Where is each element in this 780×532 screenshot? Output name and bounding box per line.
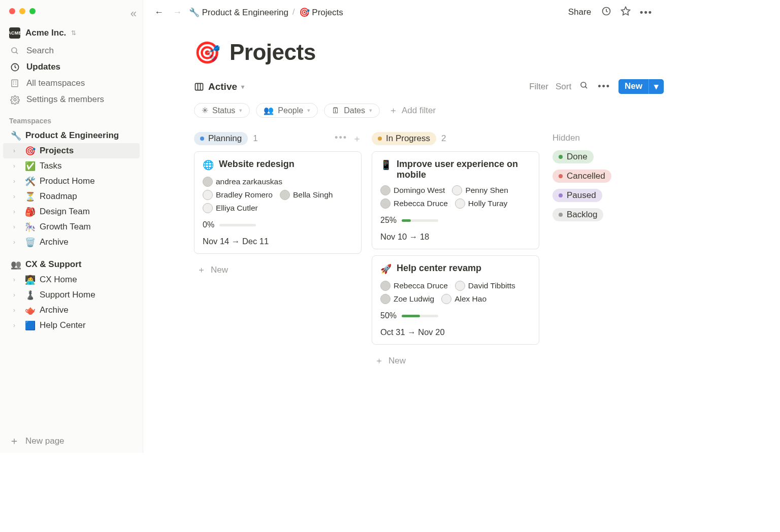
chevron-right-icon[interactable]: › bbox=[13, 307, 20, 314]
sidebar-page-roadmap[interactable]: › ⏳ Roadmap bbox=[3, 189, 140, 204]
sidebar-page-tasks[interactable]: › ✅ Tasks bbox=[3, 158, 140, 174]
chevron-right-icon[interactable]: › bbox=[13, 147, 20, 154]
progress-bar bbox=[219, 224, 256, 226]
chevron-right-icon[interactable]: › bbox=[13, 162, 20, 170]
hidden-group-done[interactable]: Done bbox=[552, 150, 594, 163]
status-tag-in-progress[interactable]: In Progress bbox=[372, 132, 436, 145]
page-title[interactable]: Projects bbox=[230, 40, 316, 65]
filter-button[interactable]: Filter bbox=[529, 82, 548, 92]
add-filter-label: Add filter bbox=[402, 106, 436, 116]
person: andrea zarkauskas bbox=[203, 177, 282, 187]
new-page-button[interactable]: ＋ New page bbox=[0, 429, 143, 453]
avatar-icon bbox=[441, 294, 451, 304]
sidebar-page-support-home[interactable]: › ♟️ Support Home bbox=[3, 287, 140, 303]
filter-pill-dates[interactable]: 🗓 Dates ▾ bbox=[324, 104, 380, 118]
history-icon[interactable] bbox=[599, 4, 613, 21]
teamspace-cx-support[interactable]: 👥 CX & Support bbox=[3, 257, 140, 272]
status-tag-planning[interactable]: Planning bbox=[194, 132, 248, 145]
page-label: Support Home bbox=[40, 290, 95, 300]
search-button[interactable]: Search bbox=[0, 43, 143, 59]
card-help-center-revamp[interactable]: 🚀 Help center revamp Rebecca Druce David… bbox=[372, 255, 539, 345]
all-teamspaces-button[interactable]: All teamspaces bbox=[0, 75, 143, 91]
card-progress: 0% bbox=[203, 220, 353, 229]
breadcrumb-parent[interactable]: 🔧 Product & Engineering bbox=[189, 7, 288, 18]
badge-icon: 🟦 bbox=[24, 320, 36, 331]
chevron-right-icon[interactable]: › bbox=[13, 291, 20, 298]
workspace-switcher[interactable]: ACME Acme Inc. ⇅ bbox=[0, 14, 143, 43]
new-card-button[interactable]: ＋ New bbox=[194, 260, 362, 280]
more-icon[interactable]: ••• bbox=[638, 5, 655, 20]
chevron-right-icon[interactable]: › bbox=[13, 322, 20, 329]
search-icon[interactable] bbox=[578, 80, 590, 93]
teamspace-product-engineering[interactable]: 🔧 Product & Engineering bbox=[3, 128, 140, 143]
person: Zoe Ludwig bbox=[380, 294, 434, 304]
plus-icon: ＋ bbox=[9, 434, 19, 448]
collapse-sidebar-button[interactable]: « bbox=[131, 7, 137, 20]
card-progress: 25% bbox=[380, 216, 531, 225]
back-button[interactable]: ← bbox=[152, 5, 166, 20]
sidebar-page-projects[interactable]: › 🎯 Projects bbox=[3, 143, 140, 158]
card-mobile-ux[interactable]: 📱 Improve user experience on mobile Domi… bbox=[372, 151, 539, 249]
page-label: Design Team bbox=[40, 207, 90, 217]
page-title-row: 🎯 Projects bbox=[194, 40, 664, 65]
sidebar-page-help-center[interactable]: › 🟦 Help Center bbox=[3, 318, 140, 333]
card-dates: Nov 10 → 18 bbox=[380, 232, 531, 242]
breadcrumb-current[interactable]: 🎯 Projects bbox=[299, 7, 343, 18]
view-switcher[interactable]: Active ▾ bbox=[194, 81, 244, 92]
page-label: Archive bbox=[40, 237, 69, 247]
sort-button[interactable]: Sort bbox=[556, 82, 571, 92]
sidebar-page-cx-archive[interactable]: › 🫖 Archive bbox=[3, 303, 140, 318]
page-icon[interactable]: 🎯 bbox=[194, 40, 220, 65]
settings-button[interactable]: Settings & members bbox=[0, 91, 143, 108]
chevron-right-icon[interactable]: › bbox=[13, 276, 20, 283]
board-icon bbox=[194, 82, 204, 92]
chevron-right-icon[interactable]: › bbox=[13, 208, 20, 215]
chevron-right-icon[interactable]: › bbox=[13, 239, 20, 246]
hidden-group-backlog[interactable]: Backlog bbox=[552, 208, 603, 221]
target-icon: 🎯 bbox=[24, 146, 36, 156]
new-button[interactable]: New ▾ bbox=[619, 79, 664, 94]
sidebar-page-archive[interactable]: › 🗑️ Archive bbox=[3, 235, 140, 250]
minimize-icon[interactable] bbox=[19, 8, 25, 14]
teapot-icon: 🫖 bbox=[24, 305, 36, 316]
status-label: Planning bbox=[208, 134, 242, 144]
progress-bar bbox=[402, 219, 438, 222]
chevron-right-icon[interactable]: › bbox=[13, 193, 20, 200]
svg-point-10 bbox=[581, 82, 586, 87]
hidden-group-paused[interactable]: Paused bbox=[552, 189, 602, 202]
column-more-icon[interactable]: ••• bbox=[335, 132, 347, 145]
sidebar-page-design-team[interactable]: › 🎒 Design Team bbox=[3, 204, 140, 219]
filter-pill-status[interactable]: ✳ Status ▾ bbox=[194, 103, 250, 118]
avatar-icon bbox=[380, 198, 391, 209]
chevron-right-icon[interactable]: › bbox=[13, 178, 20, 185]
person: Elliya Cutler bbox=[203, 203, 258, 213]
card-website-redesign[interactable]: 🌐 Website redesign andrea zarkauskas Bra… bbox=[194, 151, 362, 254]
sidebar-page-product-home[interactable]: › 🛠️ Product Home bbox=[3, 174, 140, 189]
status-dot bbox=[559, 193, 563, 197]
search-label: Search bbox=[26, 46, 54, 56]
svg-rect-7 bbox=[196, 83, 203, 90]
add-filter-button[interactable]: ＋ Add filter bbox=[386, 105, 436, 116]
plus-icon: ＋ bbox=[197, 264, 206, 276]
filter-pill-people[interactable]: 👥 People ▾ bbox=[256, 103, 318, 118]
card-title-text: Improve user experience on mobile bbox=[397, 159, 531, 180]
page-label: Projects bbox=[40, 146, 74, 156]
star-icon[interactable] bbox=[619, 4, 633, 21]
card-dates: Nov 14 → Dec 11 bbox=[203, 237, 353, 246]
forward-button[interactable]: → bbox=[171, 5, 184, 20]
chevron-right-icon[interactable]: › bbox=[13, 223, 20, 230]
hidden-group-cancelled[interactable]: Cancelled bbox=[552, 170, 611, 183]
new-button-dropdown[interactable]: ▾ bbox=[648, 79, 664, 94]
teamspace-label: CX & Support bbox=[25, 259, 82, 270]
sidebar-page-cx-home[interactable]: › 👩‍💻 CX Home bbox=[3, 272, 140, 287]
calendar-icon: 🗓 bbox=[332, 106, 340, 115]
maximize-icon[interactable] bbox=[29, 8, 36, 14]
share-button[interactable]: Share bbox=[565, 5, 594, 19]
updates-button[interactable]: Updates bbox=[0, 59, 143, 75]
sparkle-icon: ✳ bbox=[202, 106, 208, 115]
new-card-button[interactable]: ＋ New bbox=[372, 351, 539, 371]
close-icon[interactable] bbox=[9, 8, 15, 14]
more-icon[interactable]: ••• bbox=[597, 80, 611, 93]
sidebar-page-growth-team[interactable]: › 🎠 Growth Team bbox=[3, 219, 140, 235]
column-add-icon[interactable]: ＋ bbox=[352, 132, 362, 145]
